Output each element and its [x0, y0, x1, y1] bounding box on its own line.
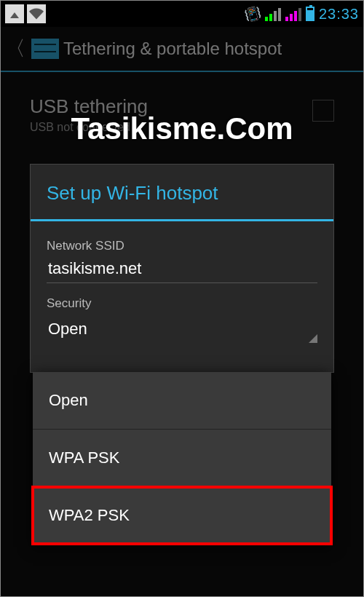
ssid-input[interactable]: tasikisme.net [47, 253, 317, 283]
app-bar[interactable]: 〈 Tethering & portable hotspot [1, 27, 363, 72]
wifi-status-icon [27, 4, 46, 23]
appbar-title: Tethering & portable hotspot [63, 39, 282, 59]
wifi-hotspot-dialog: Set up Wi-Fi hotspot Network SSID tasiki… [30, 164, 334, 373]
security-option-wpa-psk[interactable]: WPA PSK [33, 430, 331, 487]
screenshot-icon [5, 4, 24, 23]
phone-frame: 〈 Tethering & portable hotspot USB tethe… [0, 0, 364, 597]
data-signal-icon [265, 7, 281, 21]
watermark-text: Tasikisme.Com [1, 111, 363, 146]
security-dropdown: Open WPA PSK WPA2 PSK [33, 372, 331, 544]
clock: 23:33 [319, 6, 359, 23]
battery-icon [306, 7, 314, 21]
dialog-title: Set up Wi-Fi hotspot [31, 165, 333, 221]
ssid-label: Network SSID [47, 239, 317, 253]
vibrate-icon: 📳 [242, 4, 262, 24]
security-label: Security [47, 296, 317, 311]
back-icon[interactable]: 〈 [4, 35, 27, 63]
status-bar: 📳 23:33 [1, 1, 363, 27]
cell-signal-icon [285, 7, 301, 21]
security-option-open[interactable]: Open [33, 372, 331, 430]
security-option-wpa2-psk[interactable]: WPA2 PSK [33, 487, 331, 544]
security-spinner[interactable]: Open [47, 314, 317, 343]
sliders-icon [31, 39, 59, 59]
